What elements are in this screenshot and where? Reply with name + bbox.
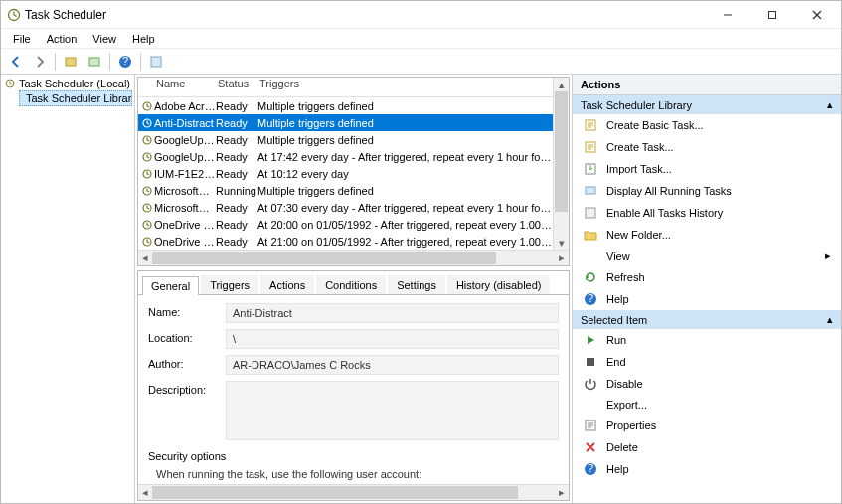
tab-general[interactable]: General [142, 276, 199, 295]
minimize-button[interactable] [705, 1, 750, 29]
properties-icon [583, 419, 598, 432]
action-disable[interactable]: Disable [573, 373, 841, 395]
menu-file[interactable]: File [5, 31, 39, 47]
task-row[interactable]: MicrosoftEd... Running Multiple triggers… [138, 182, 553, 199]
author-field: AR-DRACO\James C Rocks [226, 355, 559, 375]
task-row[interactable]: IUM-F1E24C... Ready At 10:12 every day [138, 165, 553, 182]
task-row[interactable]: GoogleUpda... Ready Multiple triggers de… [138, 131, 553, 148]
col-header-triggers[interactable]: Triggers [259, 78, 553, 96]
col-header-name[interactable]: Name [156, 78, 218, 96]
task-status: Ready [216, 117, 257, 129]
details-hscroll[interactable]: ◂ ▸ [138, 484, 569, 500]
action-end[interactable]: End [573, 351, 841, 373]
scroll-right-icon[interactable]: ▸ [555, 251, 569, 265]
action-label: Disable [606, 378, 643, 390]
history-icon [583, 206, 598, 220]
close-button[interactable] [794, 1, 839, 29]
vscroll-thumb[interactable] [555, 91, 568, 212]
action-run[interactable]: Run [573, 329, 841, 351]
scroll-left-icon[interactable]: ◂ [138, 485, 152, 500]
action-export[interactable]: Export... [573, 395, 841, 415]
tab-settings[interactable]: Settings [388, 275, 445, 294]
task-list-hscroll[interactable]: ◂ ▸ [138, 250, 569, 265]
svg-text:?: ? [588, 462, 593, 474]
toolbar-action2-button[interactable] [84, 51, 105, 73]
action-label: Delete [606, 441, 638, 453]
refresh-icon [583, 270, 598, 284]
scroll-up-icon[interactable]: ▴ [554, 78, 569, 91]
task-status: Ready [216, 236, 257, 248]
tree-child-library[interactable]: Task Scheduler Library [19, 90, 132, 106]
hscroll-thumb[interactable] [152, 252, 496, 264]
tool-bar: ? [1, 49, 841, 75]
scroll-down-icon[interactable]: ▾ [554, 236, 569, 250]
actions-section-selected[interactable]: Selected Item▴ [573, 310, 841, 329]
menu-help[interactable]: Help [124, 31, 163, 47]
section-selected-label: Selected Item [581, 314, 647, 326]
tree-root[interactable]: Task Scheduler (Local) [3, 77, 132, 90]
menu-action[interactable]: Action [39, 31, 85, 47]
task-status: Ready [216, 100, 257, 112]
svg-line-17 [147, 106, 149, 107]
action-display-all-running-tasks[interactable]: Display All Running Tasks [573, 180, 841, 202]
scroll-right-icon[interactable]: ▸ [555, 485, 569, 500]
chevron-right-icon: ▸ [825, 250, 831, 262]
task-row[interactable]: OneDrive Sta... Ready At 20:00 on 01/05/… [138, 216, 553, 233]
tab-history[interactable]: History (disabled) [447, 275, 551, 294]
task-icon [583, 118, 598, 132]
task-triggers: At 10:12 every day [257, 168, 553, 180]
action-label: Import Task... [606, 163, 672, 175]
task-name: OneDrive Sta... [154, 236, 216, 248]
task-triggers: At 07:30 every day - After triggered, re… [257, 202, 553, 214]
action-enable-all-tasks-history[interactable]: Enable All Tasks History [573, 202, 841, 224]
action-help[interactable]: ?Help [573, 288, 841, 310]
tab-triggers[interactable]: Triggers [201, 275, 258, 294]
maximize-button[interactable] [750, 1, 794, 29]
action-label: Create Basic Task... [606, 119, 704, 131]
menu-view[interactable]: View [84, 31, 124, 47]
action-create-basic-task[interactable]: Create Basic Task... [573, 114, 841, 136]
help-toolbar-button[interactable]: ? [114, 51, 136, 73]
task-row[interactable]: MicrosoftEd... Ready At 07:30 every day … [138, 199, 553, 216]
disable-icon [583, 377, 598, 391]
task-triggers: At 21:00 on 01/05/1992 - After triggered… [257, 236, 553, 248]
nav-back-button[interactable] [5, 51, 27, 73]
tab-actions[interactable]: Actions [260, 275, 314, 294]
task-list-panel: Name Status Triggers Adobe Acrob... Read… [137, 77, 570, 266]
tree-pane: Task Scheduler (Local) Task Scheduler Li… [1, 75, 135, 503]
action-label: Enable All Tasks History [606, 207, 723, 219]
action-import-task[interactable]: Import Task... [573, 158, 841, 180]
action-delete[interactable]: Delete [573, 436, 841, 458]
task-list-vscroll[interactable]: ▴ ▾ [553, 78, 569, 250]
action-create-task[interactable]: Create Task... [573, 136, 841, 158]
hscroll-thumb[interactable] [152, 486, 518, 499]
action-help[interactable]: ?Help [573, 458, 841, 480]
action-properties[interactable]: Properties [573, 415, 841, 436]
toolbar-action3-button[interactable] [145, 51, 167, 73]
menu-bar: File Action View Help [1, 29, 841, 49]
nav-forward-button[interactable] [29, 51, 51, 73]
task-row[interactable]: Anti-Distract Ready Multiple triggers de… [138, 114, 553, 131]
actions-section-library[interactable]: Task Scheduler Library▴ [573, 95, 841, 114]
security-options-header: Security options [148, 450, 559, 462]
help-icon: ? [583, 292, 598, 306]
col-header-status[interactable]: Status [218, 78, 259, 96]
window-title: Task Scheduler [25, 8, 106, 22]
import-icon [583, 162, 598, 176]
tab-conditions[interactable]: Conditions [316, 275, 386, 294]
task-triggers: At 20:00 on 01/05/1992 - After triggered… [257, 219, 553, 231]
run-icon [583, 333, 598, 347]
task-row[interactable]: OneDrive Sta... Ready At 21:00 on 01/05/… [138, 233, 553, 250]
action-refresh[interactable]: Refresh [573, 266, 841, 288]
clock-icon [5, 78, 15, 89]
task-status-icon [140, 220, 154, 230]
toolbar-action1-button[interactable] [60, 51, 82, 73]
task-row[interactable]: GoogleUpda... Ready At 17:42 every day -… [138, 148, 553, 165]
action-view[interactable]: View▸ [573, 246, 841, 266]
task-row[interactable]: Adobe Acrob... Ready Multiple triggers d… [138, 97, 553, 114]
action-new-folder[interactable]: New Folder... [573, 224, 841, 246]
display-icon [583, 184, 598, 198]
action-label: Refresh [606, 271, 645, 283]
svg-line-41 [147, 242, 149, 243]
scroll-left-icon[interactable]: ◂ [138, 251, 152, 265]
